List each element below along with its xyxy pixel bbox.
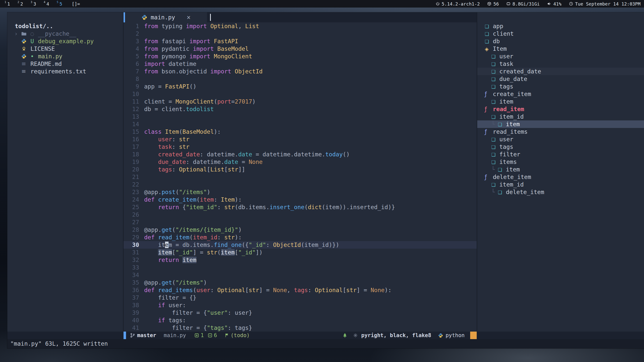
code-line-1[interactable]: 1from typing import Optional, List <box>124 22 477 30</box>
outline-item-db[interactable]: ❏db <box>477 37 644 45</box>
code-line-4[interactable]: 4from pydantic import BaseModel <box>124 45 477 53</box>
code-line-20[interactable]: 20 tags: Optional[List[str]] <box>124 166 477 173</box>
tab-main-py[interactable]: main.py × <box>124 12 207 22</box>
code-line-28[interactable]: 28@app.get("/items/{item_id}") <box>124 226 477 234</box>
variable-icon: ❏ <box>491 181 499 189</box>
tree-root[interactable]: todolist/.. <box>7 22 123 30</box>
line-number: 18 <box>124 151 139 158</box>
code-line-9[interactable]: 9app = FastAPI() <box>124 83 477 90</box>
line-number: 16 <box>124 135 139 143</box>
code-line-12[interactable]: 12db = client.todolist <box>124 105 477 113</box>
tree-item-README.md[interactable]: ≡README.md <box>7 60 123 68</box>
code-line-6[interactable]: 6import datetime <box>124 60 477 68</box>
outline-item-user[interactable]: ❏user <box>477 53 644 60</box>
outline-item-create_item[interactable]: ƒcreate_item <box>477 90 644 98</box>
tab-close-icon[interactable]: × <box>187 14 191 21</box>
statusline-position-block <box>470 332 477 339</box>
outline-item-item[interactable]: └❏item <box>477 166 644 173</box>
variable-icon: ❏ <box>491 83 499 90</box>
line-text: if tags: <box>144 316 186 324</box>
workspace-tag-4[interactable]: 44 <box>44 1 49 7</box>
code-line-21[interactable]: 21 <box>124 173 477 181</box>
code-line-33[interactable]: 33 <box>124 264 477 271</box>
outline-item-tags[interactable]: ❏tags <box>477 83 644 90</box>
outline-item-delete_item[interactable]: └❏delete_item <box>477 188 644 196</box>
code-line-23[interactable]: 23@app.post("/items") <box>124 188 477 196</box>
code-line-39[interactable]: 39 filter = {"user": user} <box>124 309 477 316</box>
outline-item-label: delete_item <box>506 188 544 196</box>
code-line-38[interactable]: 38 if user: <box>124 301 477 309</box>
tree-item-debug_example.py[interactable]: Udebug_example.py <box>7 37 123 45</box>
code-line-19[interactable]: 19 due_date: datetime.date = None <box>124 158 477 166</box>
outline-item-item[interactable]: └❏item <box>477 120 644 128</box>
code-line-3[interactable]: 3from fastapi import FastAPI <box>124 37 477 45</box>
workspace-tag-5[interactable]: 55 <box>57 1 62 7</box>
code-line-29[interactable]: 29def read_item(item_id: str): <box>124 234 477 241</box>
code-line-2[interactable]: 2 <box>124 30 477 37</box>
outline-item-item_id[interactable]: ❏item_id <box>477 181 644 188</box>
pane-separator-left[interactable] <box>123 12 124 332</box>
git-changed-icon <box>208 333 212 338</box>
outline-item-label: due_date <box>499 75 527 83</box>
code-line-41[interactable]: 41 filter = {"tags": tags} <box>124 324 477 332</box>
workspace-tag-3[interactable]: 33 <box>31 1 36 7</box>
outline-item-delete_item[interactable]: ƒdelete_item <box>477 173 644 181</box>
outline-item-read_items[interactable]: ƒread_items <box>477 128 644 135</box>
git-status-mark: • <box>30 53 38 60</box>
code-line-14[interactable]: 14 <box>124 120 477 128</box>
code-line-15[interactable]: 15class Item(BaseModel): <box>124 128 477 135</box>
outline-item-item_id[interactable]: ❏item_id <box>477 113 644 120</box>
code-line-30[interactable]: 30 item = db.items.find_one({"_id": Obje… <box>124 241 477 249</box>
tree-item-requirements.txt[interactable]: ≡requirements.txt <box>7 68 123 75</box>
workspace-tag-2[interactable]: 22 <box>18 1 23 7</box>
outline-item-task[interactable]: ❏task <box>477 60 644 68</box>
code-line-16[interactable]: 16 user: str <box>124 135 477 143</box>
outline-item-Item[interactable]: ◈Item <box>477 45 644 53</box>
code-line-5[interactable]: 5from pymongo import MongoClient <box>124 53 477 60</box>
outline-item-app[interactable]: ❏app <box>477 22 644 30</box>
code-line-8[interactable]: 8 <box>124 75 477 83</box>
code-line-22[interactable]: 22 <box>124 181 477 188</box>
workspace-tag-1[interactable]: 11 <box>5 1 10 7</box>
outline-item-created_date[interactable]: ❏created_date <box>477 68 644 75</box>
tree-item-__pycache__[interactable]: ›◌__pycache__ <box>7 30 123 37</box>
tree-item-main.py[interactable]: •main.py <box>7 53 123 60</box>
line-text: @app.get("/items/{item_id}") <box>144 226 242 234</box>
code-line-26[interactable]: 26 <box>124 211 477 218</box>
line-text: return item <box>144 256 196 264</box>
code-line-36[interactable]: 36def read_items(user: Optional[str] = N… <box>124 286 477 294</box>
outline-item-tags[interactable]: ❏tags <box>477 143 644 151</box>
code-line-32[interactable]: 32 return item <box>124 256 477 264</box>
code-line-13[interactable]: 13 <box>124 113 477 120</box>
line-number: 30 <box>124 241 139 249</box>
outline-item-client[interactable]: ❏client <box>477 30 644 37</box>
line-text: item = db.items.find_one({"_id": ObjectI… <box>144 241 339 249</box>
code-line-34[interactable]: 34 <box>124 271 477 279</box>
status-text: 5.14.2-arch1-2 <box>442 1 480 7</box>
tree-item-LICENSE[interactable]: LICENSE <box>7 45 123 53</box>
statusline-right: pyright, black, flake8 python <box>343 332 477 339</box>
line-number: 24 <box>124 196 139 203</box>
code-line-35[interactable]: 35@app.get("/items") <box>124 279 477 286</box>
line-number: 32 <box>124 256 139 264</box>
code-line-18[interactable]: 18 created_date: datetime.date = datetim… <box>124 151 477 158</box>
code-line-10[interactable]: 10 <box>124 90 477 98</box>
code-line-27[interactable]: 27 <box>124 218 477 226</box>
outline-item-label: create_item <box>493 90 531 98</box>
code-line-11[interactable]: 11client = MongoClient(port=27017) <box>124 98 477 105</box>
code-line-25[interactable]: 25 return {"item_id": str(db.items.inser… <box>124 203 477 211</box>
code-line-31[interactable]: 31 item["_id"] = str(item["_id"]) <box>124 249 477 256</box>
code-line-40[interactable]: 40 if tags: <box>124 316 477 324</box>
outline-item-due_date[interactable]: ❏due_date <box>477 75 644 83</box>
code-line-17[interactable]: 17 task: str <box>124 143 477 151</box>
outline-item-filter[interactable]: ❏filter <box>477 151 644 158</box>
outline-item-item[interactable]: ❏item <box>477 98 644 105</box>
outline-item-items[interactable]: ❏items <box>477 158 644 166</box>
code-line-24[interactable]: 24def create_item(item: Item): <box>124 196 477 203</box>
outline-item-user[interactable]: ❏user <box>477 135 644 143</box>
code-line-7[interactable]: 7from bson.objectid import ObjectId <box>124 68 477 75</box>
code-line-37[interactable]: 37 filter = {} <box>124 294 477 301</box>
outline-item-read_item[interactable]: ƒread_item <box>477 105 644 113</box>
line-text: item["_id"] = str(item["_id"]) <box>144 249 263 256</box>
variable-icon: ❏ <box>498 166 506 173</box>
